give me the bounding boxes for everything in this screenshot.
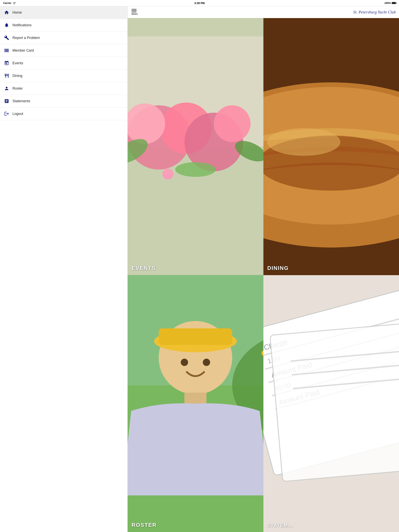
tile-statements-label: STATEM... — [267, 523, 293, 528]
wifi-icon — [13, 2, 16, 5]
sidebar-label-statements: Statements — [13, 99, 30, 103]
svg-point-15 — [214, 105, 251, 142]
tile-events-label: EVENTS — [131, 265, 156, 271]
home-icon — [4, 10, 9, 15]
svg-rect-0 — [5, 49, 5, 52]
sidebar-label-home: Home — [13, 11, 22, 15]
battery-icon — [392, 2, 396, 4]
svg-text:30: 30 — [6, 63, 8, 64]
status-left: Carrier — [3, 1, 16, 5]
person-icon — [4, 86, 9, 91]
menu-line-3 — [131, 12, 137, 12]
tile-roster-label: ROSTER — [131, 522, 157, 528]
svg-rect-2 — [6, 49, 6, 52]
sidebar-label-dining: Dining — [13, 74, 22, 78]
roster-decoration — [128, 275, 263, 532]
sidebar-label-member-card: Member Card — [13, 49, 34, 53]
sidebar-item-report-problem[interactable]: Report a Problem — [0, 32, 127, 44]
sidebar-item-member-card[interactable]: Member Card — [0, 44, 127, 57]
barcode-icon — [4, 48, 9, 53]
svg-rect-39 — [159, 328, 232, 345]
sidebar-item-roster[interactable]: Roster — [0, 82, 127, 95]
dining-decoration — [264, 18, 399, 275]
sidebar-item-home[interactable]: Home — [0, 6, 127, 19]
svg-point-50 — [203, 359, 210, 366]
bell-icon — [4, 22, 9, 28]
fork-knife-icon — [4, 73, 9, 78]
club-title: St. Petersburg Yacht Club — [142, 10, 396, 14]
content-grid: EVENTS — [128, 18, 399, 532]
svg-rect-6 — [8, 49, 8, 52]
sidebar-item-notifications[interactable]: Notifications — [0, 19, 127, 32]
carrier-label: Carrier — [3, 1, 12, 5]
calendar-icon: 30 — [4, 60, 9, 66]
svg-rect-1 — [5, 49, 5, 52]
tile-dining[interactable]: DINING — [264, 18, 399, 275]
sidebar-item-logout[interactable]: Logout — [0, 108, 127, 120]
tile-statements[interactable]: Charge 1.00 Amount Paid $0.00 Amount Pai… — [264, 275, 399, 532]
svg-rect-5 — [7, 49, 8, 52]
sidebar-item-statements[interactable]: Statements — [0, 95, 127, 108]
statements-decoration: Charge 1.00 Amount Paid $0.00 Amount Pai… — [264, 275, 399, 532]
svg-rect-3 — [6, 49, 6, 52]
tile-roster[interactable]: ROSTER — [128, 275, 263, 532]
menu-line-2 — [131, 10, 137, 11]
status-right: 100% — [384, 1, 396, 5]
sidebar-label-report-problem: Report a Problem — [13, 36, 40, 40]
menu-label: MENU — [131, 13, 138, 15]
wrench-icon — [4, 35, 9, 40]
document-icon — [4, 98, 9, 104]
status-bar: Carrier 3:39 PM 100% — [0, 0, 399, 6]
svg-point-32 — [267, 128, 340, 156]
svg-rect-4 — [7, 49, 7, 52]
app-container: Home Notifications Report a Problem — [0, 6, 399, 532]
logout-icon — [4, 111, 9, 116]
sidebar: Home Notifications Report a Problem — [0, 6, 128, 532]
svg-point-18 — [175, 162, 216, 177]
tile-events[interactable]: EVENTS — [128, 18, 263, 275]
sidebar-label-notifications: Notifications — [13, 23, 32, 27]
tile-dining-label: DINING — [267, 265, 289, 271]
svg-point-27 — [162, 169, 174, 180]
menu-button[interactable]: MENU — [131, 8, 138, 16]
battery-percent: 100% — [384, 1, 391, 5]
svg-rect-63 — [270, 319, 399, 481]
events-decoration — [128, 18, 263, 275]
sidebar-item-dining[interactable]: Dining — [0, 70, 127, 82]
menu-line-1 — [131, 9, 137, 10]
sidebar-label-roster: Roster — [13, 86, 23, 90]
sidebar-label-events: Events — [13, 61, 23, 65]
svg-point-49 — [181, 359, 188, 366]
top-bar: MENU St. Petersburg Yacht Club — [128, 6, 399, 18]
sidebar-item-events[interactable]: 30 Events — [0, 57, 127, 70]
status-time: 3:39 PM — [194, 1, 205, 5]
main-area: MENU St. Petersburg Yacht Club — [128, 6, 399, 532]
sidebar-label-logout: Logout — [13, 112, 23, 116]
